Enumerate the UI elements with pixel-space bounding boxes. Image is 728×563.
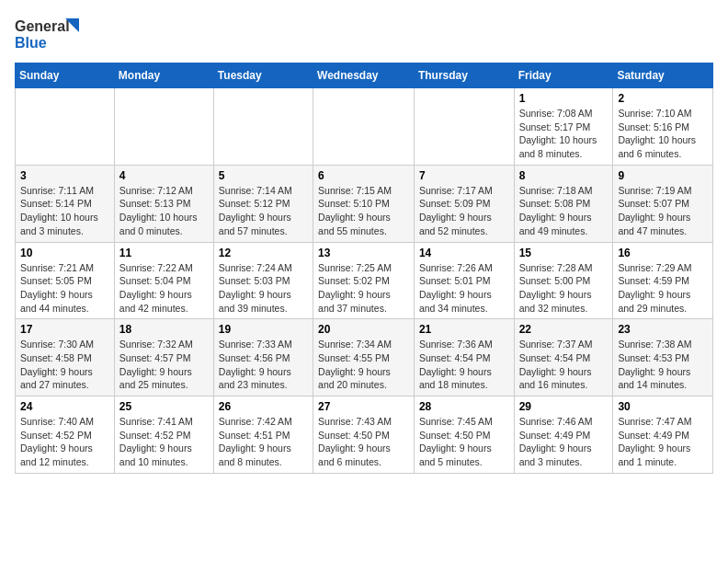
day-info: Sunrise: 7:21 AM Sunset: 5:05 PM Dayligh… bbox=[20, 261, 109, 316]
day-number: 6 bbox=[318, 169, 409, 182]
calendar-cell: 25Sunrise: 7:41 AM Sunset: 4:52 PM Dayli… bbox=[114, 396, 213, 474]
weekday-header: Monday bbox=[114, 63, 213, 88]
day-info: Sunrise: 7:10 AM Sunset: 5:16 PM Dayligh… bbox=[618, 107, 708, 161]
calendar-week-row: 10Sunrise: 7:21 AM Sunset: 5:05 PM Dayli… bbox=[16, 242, 713, 319]
calendar-cell: 5Sunrise: 7:14 AM Sunset: 5:12 PM Daylig… bbox=[213, 165, 313, 242]
day-number: 26 bbox=[219, 400, 308, 413]
day-info: Sunrise: 7:42 AM Sunset: 4:51 PM Dayligh… bbox=[219, 415, 308, 469]
calendar-cell: 27Sunrise: 7:43 AM Sunset: 4:50 PM Dayli… bbox=[313, 396, 415, 474]
calendar-cell: 28Sunrise: 7:45 AM Sunset: 4:50 PM Dayli… bbox=[414, 396, 514, 474]
day-info: Sunrise: 7:41 AM Sunset: 4:52 PM Dayligh… bbox=[119, 415, 209, 469]
day-info: Sunrise: 7:36 AM Sunset: 4:54 PM Dayligh… bbox=[419, 338, 509, 392]
day-number: 2 bbox=[618, 92, 708, 105]
weekday-header-row: SundayMondayTuesdayWednesdayThursdayFrid… bbox=[16, 63, 713, 88]
calendar-cell bbox=[313, 88, 415, 166]
weekday-header: Wednesday bbox=[313, 63, 415, 88]
day-info: Sunrise: 7:12 AM Sunset: 5:13 PM Dayligh… bbox=[119, 184, 209, 238]
day-info: Sunrise: 7:26 AM Sunset: 5:01 PM Dayligh… bbox=[419, 261, 509, 316]
day-info: Sunrise: 7:32 AM Sunset: 4:57 PM Dayligh… bbox=[119, 338, 209, 392]
day-info: Sunrise: 7:24 AM Sunset: 5:03 PM Dayligh… bbox=[219, 261, 308, 316]
day-number: 10 bbox=[20, 247, 109, 259]
calendar-cell: 1Sunrise: 7:08 AM Sunset: 5:17 PM Daylig… bbox=[514, 88, 613, 166]
day-number: 4 bbox=[119, 169, 209, 182]
day-info: Sunrise: 7:37 AM Sunset: 4:54 PM Dayligh… bbox=[519, 338, 609, 392]
svg-text:Blue: Blue bbox=[15, 35, 47, 51]
day-info: Sunrise: 7:17 AM Sunset: 5:09 PM Dayligh… bbox=[419, 184, 509, 238]
day-number: 9 bbox=[618, 169, 708, 182]
calendar-cell: 11Sunrise: 7:22 AM Sunset: 5:04 PM Dayli… bbox=[114, 242, 213, 319]
day-info: Sunrise: 7:30 AM Sunset: 4:58 PM Dayligh… bbox=[20, 338, 109, 392]
day-number: 20 bbox=[318, 323, 409, 336]
calendar-cell: 3Sunrise: 7:11 AM Sunset: 5:14 PM Daylig… bbox=[16, 165, 115, 242]
calendar-cell: 6Sunrise: 7:15 AM Sunset: 5:10 PM Daylig… bbox=[313, 165, 415, 242]
logo: GeneralBlue bbox=[15, 15, 88, 52]
day-number: 8 bbox=[519, 169, 609, 182]
weekday-header: Saturday bbox=[613, 63, 713, 88]
day-info: Sunrise: 7:11 AM Sunset: 5:14 PM Dayligh… bbox=[20, 184, 109, 238]
calendar-cell: 18Sunrise: 7:32 AM Sunset: 4:57 PM Dayli… bbox=[114, 319, 213, 396]
day-info: Sunrise: 7:25 AM Sunset: 5:02 PM Dayligh… bbox=[318, 261, 409, 316]
day-number: 25 bbox=[119, 400, 209, 413]
weekday-header: Thursday bbox=[414, 63, 514, 88]
weekday-header: Friday bbox=[514, 63, 613, 88]
day-number: 17 bbox=[20, 323, 109, 336]
day-info: Sunrise: 7:18 AM Sunset: 5:08 PM Dayligh… bbox=[519, 184, 609, 238]
day-number: 1 bbox=[519, 92, 609, 105]
day-info: Sunrise: 7:14 AM Sunset: 5:12 PM Dayligh… bbox=[219, 184, 308, 238]
day-number: 27 bbox=[318, 400, 409, 413]
day-number: 14 bbox=[419, 247, 509, 259]
weekday-header: Sunday bbox=[16, 63, 115, 88]
day-number: 15 bbox=[519, 247, 609, 259]
day-number: 7 bbox=[419, 169, 509, 182]
day-number: 16 bbox=[618, 247, 708, 259]
day-info: Sunrise: 7:08 AM Sunset: 5:17 PM Dayligh… bbox=[519, 107, 609, 161]
day-info: Sunrise: 7:40 AM Sunset: 4:52 PM Dayligh… bbox=[20, 415, 109, 469]
calendar-cell: 12Sunrise: 7:24 AM Sunset: 5:03 PM Dayli… bbox=[213, 242, 313, 319]
calendar-week-row: 1Sunrise: 7:08 AM Sunset: 5:17 PM Daylig… bbox=[16, 88, 713, 166]
day-info: Sunrise: 7:15 AM Sunset: 5:10 PM Dayligh… bbox=[318, 184, 409, 238]
calendar-cell: 24Sunrise: 7:40 AM Sunset: 4:52 PM Dayli… bbox=[16, 396, 115, 474]
weekday-header: Tuesday bbox=[213, 63, 313, 88]
day-info: Sunrise: 7:34 AM Sunset: 4:55 PM Dayligh… bbox=[318, 338, 409, 392]
calendar-week-row: 24Sunrise: 7:40 AM Sunset: 4:52 PM Dayli… bbox=[16, 396, 713, 474]
calendar-cell: 2Sunrise: 7:10 AM Sunset: 5:16 PM Daylig… bbox=[613, 88, 713, 166]
day-number: 19 bbox=[219, 323, 308, 336]
day-info: Sunrise: 7:19 AM Sunset: 5:07 PM Dayligh… bbox=[618, 184, 708, 238]
day-number: 30 bbox=[618, 400, 708, 413]
calendar-week-row: 3Sunrise: 7:11 AM Sunset: 5:14 PM Daylig… bbox=[16, 165, 713, 242]
calendar-cell: 26Sunrise: 7:42 AM Sunset: 4:51 PM Dayli… bbox=[213, 396, 313, 474]
calendar-cell: 7Sunrise: 7:17 AM Sunset: 5:09 PM Daylig… bbox=[414, 165, 514, 242]
day-number: 21 bbox=[419, 323, 509, 336]
calendar-cell bbox=[414, 88, 514, 166]
calendar-cell: 21Sunrise: 7:36 AM Sunset: 4:54 PM Dayli… bbox=[414, 319, 514, 396]
day-number: 3 bbox=[20, 169, 109, 182]
calendar-cell: 15Sunrise: 7:28 AM Sunset: 5:00 PM Dayli… bbox=[514, 242, 613, 319]
day-number: 23 bbox=[618, 323, 708, 336]
calendar-cell: 22Sunrise: 7:37 AM Sunset: 4:54 PM Dayli… bbox=[514, 319, 613, 396]
day-info: Sunrise: 7:47 AM Sunset: 4:49 PM Dayligh… bbox=[618, 415, 708, 469]
day-info: Sunrise: 7:22 AM Sunset: 5:04 PM Dayligh… bbox=[119, 261, 209, 316]
page-header: GeneralBlue bbox=[15, 15, 713, 52]
day-number: 12 bbox=[219, 247, 308, 259]
calendar-cell bbox=[16, 88, 115, 166]
calendar-cell: 17Sunrise: 7:30 AM Sunset: 4:58 PM Dayli… bbox=[16, 319, 115, 396]
day-number: 18 bbox=[119, 323, 209, 336]
calendar-table: SundayMondayTuesdayWednesdayThursdayFrid… bbox=[15, 63, 713, 474]
calendar-week-row: 17Sunrise: 7:30 AM Sunset: 4:58 PM Dayli… bbox=[16, 319, 713, 396]
day-info: Sunrise: 7:29 AM Sunset: 4:59 PM Dayligh… bbox=[618, 261, 708, 316]
calendar-cell: 30Sunrise: 7:47 AM Sunset: 4:49 PM Dayli… bbox=[613, 396, 713, 474]
calendar-cell: 29Sunrise: 7:46 AM Sunset: 4:49 PM Dayli… bbox=[514, 396, 613, 474]
day-number: 24 bbox=[20, 400, 109, 413]
calendar-cell: 10Sunrise: 7:21 AM Sunset: 5:05 PM Dayli… bbox=[16, 242, 115, 319]
day-number: 22 bbox=[519, 323, 609, 336]
logo-icon: GeneralBlue bbox=[15, 15, 88, 52]
day-info: Sunrise: 7:46 AM Sunset: 4:49 PM Dayligh… bbox=[519, 415, 609, 469]
calendar-cell: 23Sunrise: 7:38 AM Sunset: 4:53 PM Dayli… bbox=[613, 319, 713, 396]
day-number: 13 bbox=[318, 247, 409, 259]
calendar-cell: 8Sunrise: 7:18 AM Sunset: 5:08 PM Daylig… bbox=[514, 165, 613, 242]
day-number: 28 bbox=[419, 400, 509, 413]
calendar-cell: 19Sunrise: 7:33 AM Sunset: 4:56 PM Dayli… bbox=[213, 319, 313, 396]
calendar-cell: 9Sunrise: 7:19 AM Sunset: 5:07 PM Daylig… bbox=[613, 165, 713, 242]
day-info: Sunrise: 7:45 AM Sunset: 4:50 PM Dayligh… bbox=[419, 415, 509, 469]
day-number: 11 bbox=[119, 247, 209, 259]
